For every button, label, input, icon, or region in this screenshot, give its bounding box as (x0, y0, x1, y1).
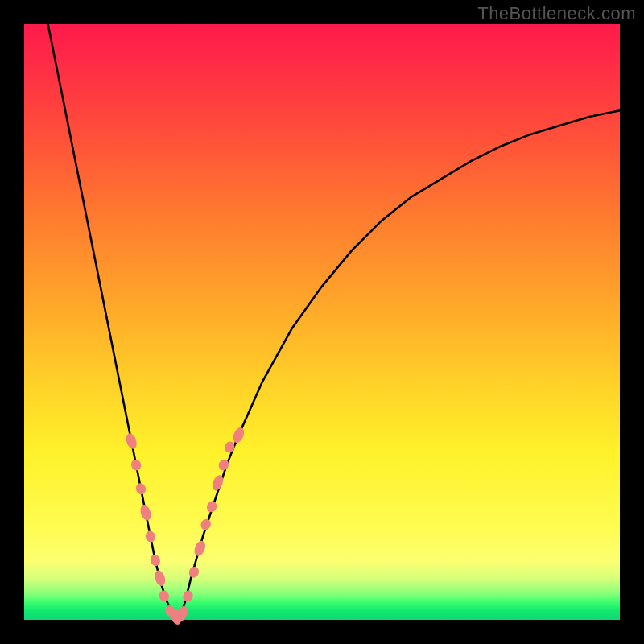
markers-right (175, 426, 246, 623)
chart-frame: TheBottleneck.com (0, 0, 644, 644)
marker (149, 553, 162, 567)
marker (223, 440, 236, 454)
marker (158, 589, 171, 603)
marker (144, 530, 157, 543)
watermark-text: TheBottleneck.com (477, 3, 636, 24)
marker (200, 518, 213, 531)
marker (205, 500, 218, 514)
marker (130, 458, 142, 472)
marker (231, 426, 246, 444)
marker (181, 589, 194, 603)
marker (192, 539, 208, 558)
curve-left (48, 24, 180, 620)
marker (153, 569, 167, 588)
chart-svg (24, 24, 620, 620)
marker (124, 432, 138, 451)
marker (138, 503, 153, 522)
marker (188, 565, 200, 579)
markers-left (124, 432, 183, 626)
curve-right (179, 110, 620, 620)
marker (134, 482, 147, 496)
